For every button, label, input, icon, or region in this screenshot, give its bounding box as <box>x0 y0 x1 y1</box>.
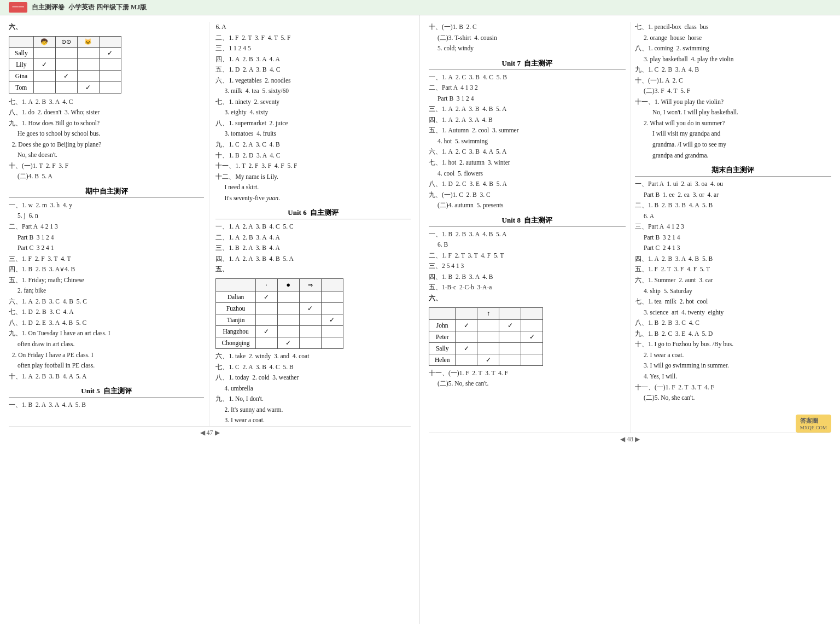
rcol-left: 十、(一)1. B 2. C (二)3. T-shirt 4. cousin 5… <box>429 22 630 433</box>
answer-line: 九、1. No, I don't. <box>215 394 411 405</box>
answer-line: 5. j 6. n <box>9 211 204 221</box>
answer-line: Part B 3 1 2 4 <box>429 94 626 104</box>
row-col: ✓ <box>499 319 521 331</box>
table3: ↑ John ✓ ✓ <box>429 307 543 366</box>
answer-line: Part C 3 2 4 1 <box>9 243 204 254</box>
t2-h4 <box>321 279 343 291</box>
answer-line: 二、Part A 4 1 3 2 <box>429 83 626 94</box>
row-col <box>299 326 321 337</box>
answer-line: 2. It's sunny and warm. <box>215 405 411 416</box>
answer-line: 三、1 1 2 4 5 <box>215 43 411 54</box>
table1-header-2: ⊙⊙ <box>55 36 77 47</box>
answer-line: 二、Part A 4 2 1 3 <box>9 221 204 232</box>
row-col <box>521 342 543 354</box>
answer-line: 4. Yes, I will. <box>635 371 831 382</box>
row-col3 <box>77 47 99 59</box>
table-row: Peter ✓ <box>429 331 543 342</box>
answer-line: (二)3. T-shirt 4. cousin <box>429 33 626 44</box>
row-col2 <box>55 47 77 59</box>
row-col <box>499 331 521 342</box>
row-name: Sally <box>9 47 34 59</box>
header-icon: 一一 <box>9 2 27 13</box>
answer-line: 六、1. vegetables 2. noodles <box>215 75 411 86</box>
row-col1 <box>33 47 55 59</box>
row-col <box>321 303 343 314</box>
answer-line: 一、Part A 1. ui 2. ai 3. oa 4. ou <box>635 179 831 190</box>
table-row: Sally ✓ <box>429 342 543 354</box>
answer-line: 2. What will you do in summer? <box>635 118 831 129</box>
row-col <box>277 314 299 326</box>
t2-h3: ⇒ <box>299 279 321 291</box>
t3-h2: ↑ <box>477 307 499 319</box>
table-row: Dalian ✓ <box>216 291 343 303</box>
answer-line: 十、1. A 2. B 3. B 4. A 5. A <box>9 371 204 382</box>
table2: · ● ⇒ Dalian ✓ <box>215 278 343 349</box>
answer-line: 七、1. C 2. A 3. B 4. C 5. B <box>215 362 411 373</box>
answer-line: 二、1. F 2. T 3. T 4. F 5. T <box>429 250 626 261</box>
row-name: Lily <box>9 59 34 70</box>
row-col <box>321 291 343 303</box>
row-name: Fuzhou <box>216 303 255 314</box>
row-name: Tom <box>9 81 34 93</box>
header-title: 自主测评卷 小学英语 四年级下册 MJ版 <box>32 3 147 12</box>
row-col <box>477 331 499 342</box>
answer-line: 一、1. A 2. A 3. B 4. C 5. C <box>215 221 411 232</box>
answer-line: 七、1. tea milk 2. hot cool <box>635 296 831 307</box>
row-col4 <box>99 81 121 93</box>
row-col <box>299 291 321 303</box>
answer-line: 四、1. A 2. A 3. B 4. B 5. A <box>215 254 411 265</box>
row-col: ✓ <box>477 354 499 365</box>
row-col4 <box>99 70 121 81</box>
row-col4 <box>99 59 121 70</box>
answer-line: Part B 1. ee 2. ea 3. or 4. ar <box>635 190 831 201</box>
row-col3: ✓ <box>77 81 99 93</box>
answer-line: 七、1. pencil-box class bus <box>635 22 831 33</box>
page-wrapper: 一一 自主测评卷 小学英语 四年级下册 MJ版 六、 🧒 <box>0 0 840 624</box>
page-right: 十、(一)1. B 2. C (二)3. T-shirt 4. cousin 5… <box>420 15 840 624</box>
row-col: ✓ <box>255 326 277 337</box>
page-number-right: ◀ 48 ▶ <box>429 433 831 446</box>
answer-line: He goes to school by school bus. <box>9 129 204 139</box>
answer-line: 九、1. B 2. C 3. E 4. A 5. D <box>635 329 831 340</box>
t2-h2: ● <box>277 279 299 291</box>
answer-line: 3. I wear a coat. <box>215 415 411 426</box>
answer-line: 2. I wear a coat. <box>635 350 831 361</box>
answer-line: 五、1-B-c 2-C-b 3-A-a <box>429 282 626 293</box>
answer-line: 八、1. today 2. cold 3. weather <box>215 372 411 383</box>
answer-line: 八、1. supermarket 2. juice <box>215 118 411 129</box>
answer-line: 3. tomatoes 4. fruits <box>215 129 411 139</box>
answer-line: 四、1. B 2. B 3. A∨4. B <box>9 264 204 275</box>
answer-line: (二)5. No, she can't. <box>429 378 626 389</box>
section-six-label: 六、 <box>9 22 204 33</box>
answer-line: often draw in art class. <box>9 339 204 350</box>
watermark: 答案圈 MXQE.COM <box>796 415 831 433</box>
row-col1 <box>33 70 55 81</box>
row-col: ✓ <box>521 331 543 342</box>
answer-line: 八、1. D 2. C 3. E 4. B 5. A <box>429 179 626 190</box>
answer-line: 九、1. How does Bill go to school? <box>9 118 204 129</box>
answer-line: It's seventy-five yuan. <box>215 193 411 204</box>
answer-line: No, she doesn't. <box>9 150 204 161</box>
answer-line: 九、1. C 2. A 3. C 4. B <box>215 139 411 150</box>
answer-line: 六、1. Summer 2. aunt 3. car <box>635 275 831 286</box>
row-col <box>277 303 299 314</box>
answer-line: 十、1. I go to Fuzhou by bus. /By bus. <box>635 339 831 350</box>
answer-line: 4. cool 5. flowers <box>429 168 626 179</box>
answer-line: 十二、My name is Lily. <box>215 172 411 183</box>
answer-line: 4. umbrella <box>215 383 411 394</box>
table1-header-0 <box>9 36 34 47</box>
answer-line: 九、(一)1. C 2. B 3. C <box>429 190 626 201</box>
answer-line: 4. hot 5. swimming <box>429 136 626 147</box>
answer-line: 三、1. F 2. F 3. T 4. T <box>9 254 204 265</box>
t3-h3 <box>499 307 521 319</box>
answer-line: 七、1. D 2. B 3. C 4. A <box>9 307 204 318</box>
answer-line: 八、1. B 2. B 3. C 4. C <box>635 318 831 329</box>
row-col <box>277 326 299 337</box>
left-col: 六、 🧒 ⊙⊙ 🐱 <box>9 22 209 426</box>
answer-line: 三、1. A 2. A 3. B 4. B 5. A <box>429 104 626 115</box>
watermark-area: 答案圈 MXQE.COM <box>635 415 831 433</box>
row-name: Helen <box>429 354 456 365</box>
answer-line: 十一、1. Will you play the violin? <box>635 97 831 108</box>
answer-line: 三、1. B 2. A 3. B 4. A <box>215 243 411 254</box>
answer-line: 5. cold; windy <box>429 43 626 54</box>
